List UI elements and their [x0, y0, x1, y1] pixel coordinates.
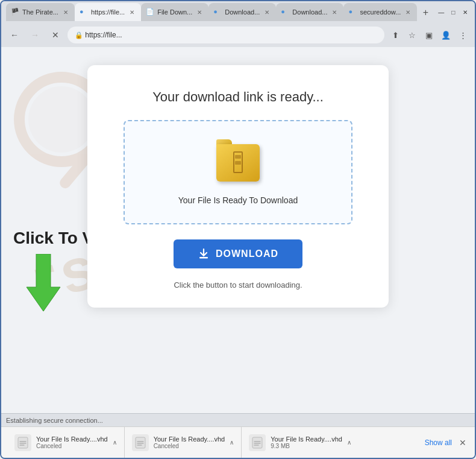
tab-close-download1[interactable]: ✕ — [263, 8, 271, 16]
address-bar: ← → ✕ 🔒 https://file... ⬆ ☆ ▣ 👤 ⋮ — [1, 23, 475, 47]
window-controls: — □ ✕ — [436, 7, 470, 17]
card-title: Your download link is ready... — [152, 89, 324, 105]
dl-filename-3: Your File Is Ready....vhd — [271, 435, 342, 443]
dl-status-2: Canceled — [154, 443, 225, 449]
tab-label-secured: secureddow... — [360, 8, 401, 16]
url-text: https://file... — [85, 31, 122, 39]
menu-icon[interactable]: ⋮ — [456, 28, 470, 42]
tab-label-download1: Download... — [225, 8, 260, 16]
new-tab-button[interactable]: + — [417, 4, 434, 21]
bookmark-icon[interactable]: ☆ — [405, 28, 419, 42]
dl-status-1: Canceled — [36, 443, 108, 449]
tab-label-pirate: The Pirate... — [22, 8, 58, 16]
dl-file-icon-2 — [132, 434, 149, 451]
tab-pirate[interactable]: 🏴 The Pirate... ✕ — [6, 3, 75, 21]
close-downloads-button[interactable]: ✕ — [457, 435, 469, 450]
close-button[interactable]: ✕ — [460, 7, 470, 17]
browser-window: 🏴 The Pirate... ✕ ● https://file... ✕ 📄 … — [0, 0, 476, 459]
download-item-2: Your File Is Ready....vhd Canceled ∧ — [125, 427, 242, 458]
tab-close-filedown[interactable]: ✕ — [195, 8, 204, 16]
status-bar: Establishing secure connection... — [1, 413, 475, 426]
dl-info-1: Your File Is Ready....vhd Canceled — [36, 435, 108, 449]
downloads-bar: Your File Is Ready....vhd Canceled ∧ You… — [1, 426, 475, 458]
tab-favicon-download2: ● — [281, 8, 289, 16]
dl-info-3: Your File Is Ready....vhd 9.3 MB — [271, 435, 342, 449]
download-item-3: Your File Is Ready....vhd 9.3 MB ∧ — [242, 427, 359, 458]
svg-rect-8 — [252, 437, 262, 448]
tab-secured[interactable]: ● secureddow... ✕ — [343, 3, 417, 21]
svg-rect-6 — [18, 437, 28, 448]
download-icon — [198, 248, 210, 260]
tab-favicon-file: ● — [80, 8, 88, 16]
forward-button[interactable]: → — [27, 27, 43, 43]
address-input[interactable]: 🔒 https://file... — [67, 27, 384, 43]
dl-filename-1: Your File Is Ready....vhd — [36, 435, 108, 443]
show-all-button[interactable]: Show all — [420, 438, 457, 447]
download-button-label: DOWNLOAD — [216, 248, 278, 259]
tab-favicon-filedown: 📄 — [146, 8, 154, 16]
status-text: Establishing secure connection... — [6, 417, 103, 424]
dl-chevron-2[interactable]: ∧ — [230, 439, 234, 446]
dl-file-icon-1 — [14, 434, 31, 451]
title-bar: 🏴 The Pirate... ✕ ● https://file... ✕ 📄 … — [1, 1, 475, 23]
minimize-button[interactable]: — — [436, 7, 446, 17]
dl-filename-2: Your File Is Ready....vhd — [154, 435, 225, 443]
tab-file[interactable]: ● https://file... ✕ — [75, 3, 141, 21]
download-button[interactable]: DOWNLOAD — [174, 239, 302, 268]
profile-icon[interactable]: 👤 — [439, 28, 453, 42]
tab-label-download2: Download... — [292, 8, 327, 16]
maximize-button[interactable]: □ — [448, 7, 458, 17]
download-item-1: Your File Is Ready....vhd Canceled ∧ — [7, 427, 125, 458]
main-card: Your download link is ready... Your File… — [87, 65, 389, 308]
svg-rect-7 — [136, 437, 145, 448]
file-box: Your File Is Ready To Download — [124, 120, 352, 224]
tab-favicon-download1: ● — [213, 8, 222, 16]
lock-icon: 🔒 — [75, 31, 83, 39]
back-button[interactable]: ← — [6, 27, 23, 43]
dl-info-2: Your File Is Ready....vhd Canceled — [154, 435, 225, 449]
dl-chevron-3[interactable]: ∧ — [347, 439, 351, 446]
dl-status-3: 9.3 MB — [271, 443, 342, 449]
tab-filedown[interactable]: 📄 File Down... ✕ — [141, 3, 208, 21]
tab-download2[interactable]: ● Download... ✕ — [276, 3, 343, 21]
svg-point-2 — [28, 86, 95, 153]
click-hint: Click the button to start downloading. — [174, 280, 302, 290]
tab-close-download2[interactable]: ✕ — [330, 8, 339, 16]
file-ready-text: Your File Is Ready To Download — [178, 195, 298, 205]
tab-close-secured[interactable]: ✕ — [404, 8, 412, 16]
page-content: rsk.com Your download link is ready... — [1, 47, 475, 413]
tab-label-filedown: File Down... — [157, 8, 192, 16]
dl-chevron-1[interactable]: ∧ — [113, 439, 117, 446]
dl-file-icon-3 — [249, 434, 266, 451]
reload-button[interactable]: ✕ — [47, 27, 64, 43]
file-icon — [216, 139, 260, 186]
svg-rect-4 — [199, 257, 208, 259]
tab-label-file: https://file... — [91, 8, 125, 16]
share-icon[interactable]: ⬆ — [388, 28, 402, 42]
tab-close-pirate[interactable]: ✕ — [61, 8, 70, 16]
tab-favicon-secured: ● — [348, 8, 357, 16]
tab-favicon-pirate: 🏴 — [11, 8, 19, 16]
tab-download1[interactable]: ● Download... ✕ — [208, 3, 276, 21]
sidebar-icon[interactable]: ▣ — [422, 28, 436, 42]
address-icons: ⬆ ☆ ▣ 👤 ⋮ — [388, 28, 470, 42]
tabs-row: 🏴 The Pirate... ✕ ● https://file... ✕ 📄 … — [6, 3, 434, 21]
svg-marker-5 — [27, 254, 60, 311]
tab-close-file[interactable]: ✕ — [128, 8, 136, 16]
